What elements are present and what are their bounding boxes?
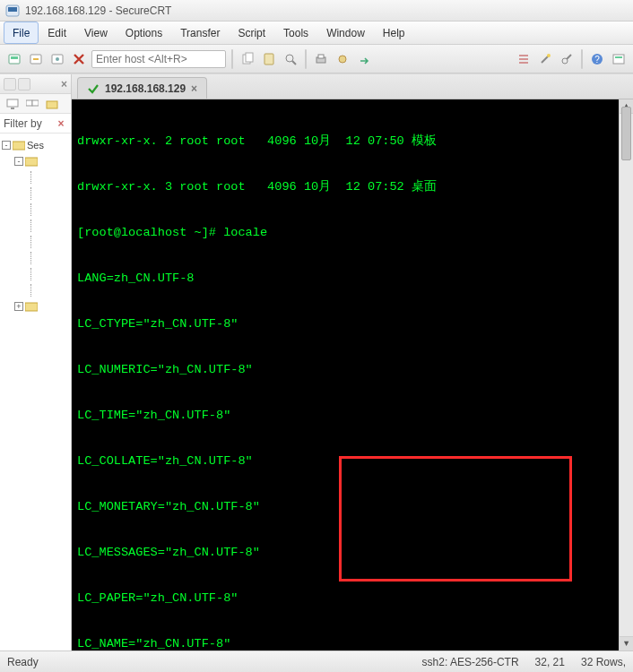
terminal-line: LC_NAME="zh_CN.UTF-8" <box>77 636 628 650</box>
separator <box>305 49 307 69</box>
menu-script[interactable]: Script <box>229 22 274 44</box>
menu-view[interactable]: View <box>75 22 117 44</box>
check-icon <box>87 82 100 95</box>
terminal-line: drwxr-xr-x. 2 root root 4096 10月 12 07:5… <box>77 134 628 149</box>
scroll-thumb[interactable] <box>621 107 631 160</box>
menu-window[interactable]: Window <box>317 22 374 44</box>
terminal-line: LC_MONETARY="zh_CN.UTF-8" <box>77 499 628 514</box>
svg-rect-24 <box>47 101 57 108</box>
disconnect-icon[interactable] <box>70 50 88 68</box>
terminal-line: LC_MESSAGES="zh_CN.UTF-8" <box>77 545 628 560</box>
svg-rect-8 <box>246 53 253 62</box>
svg-point-10 <box>286 55 293 62</box>
terminal-line: LC_NUMERIC="zh_CN.UTF-8" <box>77 362 628 377</box>
host-input[interactable] <box>91 50 226 68</box>
svg-rect-20 <box>7 99 18 107</box>
wand-icon[interactable] <box>536 50 554 68</box>
menubar: File Edit View Options Transfer Script T… <box>0 22 633 45</box>
terminal-line: drwxr-xr-x. 3 root root 4096 10月 12 07:5… <box>77 179 628 194</box>
filter-label: Filter by <box>4 117 53 130</box>
sidebar-tab[interactable] <box>18 78 30 90</box>
svg-rect-25 <box>13 142 25 150</box>
tab-label: 192.168.168.129 <box>105 82 186 95</box>
menu-options[interactable]: Options <box>117 22 171 44</box>
session-tab[interactable]: 192.168.168.129 × <box>77 77 207 99</box>
copy-icon[interactable] <box>238 50 256 68</box>
menu-help[interactable]: Help <box>374 22 414 44</box>
monitor-icon[interactable] <box>5 97 20 111</box>
sidebar-toolbar <box>0 94 71 114</box>
folder-icon <box>25 301 38 312</box>
menu-file[interactable]: File <box>4 22 39 44</box>
tree-collapse-icon[interactable]: - <box>14 157 23 166</box>
scroll-down-icon[interactable]: ▾ <box>620 636 633 650</box>
svg-point-14 <box>547 54 551 57</box>
right-pane: 192.168.168.129 × drwxr-xr-x. 2 root roo… <box>72 74 633 650</box>
status-cipher: ssh2: AES-256-CTR <box>422 656 519 668</box>
svg-rect-23 <box>32 100 39 106</box>
close-icon[interactable]: × <box>61 78 67 90</box>
help-icon[interactable]: ? <box>588 50 606 68</box>
options-icon[interactable] <box>515 50 533 68</box>
status-cursor-pos: 32, 21 <box>535 656 565 668</box>
scrollbar[interactable]: ▴ ▾ <box>619 99 633 650</box>
host-entry[interactable] <box>91 50 226 68</box>
svg-rect-9 <box>264 54 273 65</box>
terminal-line: LC_CTYPE="zh_CN.UTF-8" <box>77 316 628 332</box>
tree-root-label: Ses <box>27 140 44 151</box>
tab-close-icon[interactable]: × <box>191 82 197 95</box>
svg-rect-12 <box>318 55 324 58</box>
find-icon[interactable] <box>282 50 299 68</box>
terminal-line: LC_TIME="zh_CN.UTF-8" <box>77 408 628 423</box>
separator <box>231 49 233 69</box>
terminal-line: LC_COLLATE="zh_CN.UTF-8" <box>77 453 628 469</box>
svg-text:?: ? <box>594 55 600 65</box>
dual-monitor-icon[interactable] <box>25 97 39 111</box>
svg-rect-3 <box>11 56 18 59</box>
annotation-highlight-box <box>339 456 572 582</box>
session-tabstrip: 192.168.168.129 × <box>72 74 633 99</box>
app-icon <box>5 4 20 18</box>
filter-clear-icon[interactable]: × <box>55 117 67 130</box>
paste-icon[interactable] <box>260 50 278 68</box>
reconnect-icon[interactable] <box>48 50 66 68</box>
svg-rect-27 <box>25 303 38 311</box>
tree-collapse-icon[interactable]: - <box>2 141 11 150</box>
terminal-line: [root@localhost ~]# locale <box>77 225 628 240</box>
status-rows: 32 Rows, <box>581 656 626 668</box>
folder-icon <box>13 140 25 151</box>
status-ready: Ready <box>7 656 39 668</box>
key-icon[interactable] <box>558 50 576 68</box>
tree-expand-icon[interactable]: + <box>14 302 23 311</box>
sidebar-tab[interactable] <box>4 78 16 90</box>
settings-icon[interactable] <box>334 50 351 68</box>
menu-transfer[interactable]: Transfer <box>171 22 229 44</box>
terminal[interactable]: drwxr-xr-x. 2 root root 4096 10月 12 07:5… <box>72 99 633 650</box>
svg-rect-18 <box>613 55 624 64</box>
folder-icon <box>25 156 38 167</box>
svg-rect-26 <box>25 158 38 166</box>
titlebar: 192.168.168.129 - SecureCRT <box>0 0 633 22</box>
separator <box>581 49 583 69</box>
svg-rect-1 <box>8 7 17 12</box>
svg-rect-19 <box>615 56 622 58</box>
session-tree[interactable]: - Ses - + <box>0 134 71 650</box>
sidebar-tabstrip: × <box>0 74 71 94</box>
print-icon[interactable] <box>312 50 330 68</box>
quick-connect-icon[interactable] <box>27 50 45 68</box>
svg-rect-21 <box>11 108 14 109</box>
connect-icon[interactable] <box>5 50 23 68</box>
transfer-icon[interactable] <box>355 50 373 68</box>
menu-edit[interactable]: Edit <box>39 22 75 44</box>
main: × Filter by × - Ses - <box>0 73 633 650</box>
window-title: 192.168.168.129 - SecureCRT <box>25 4 171 17</box>
about-icon[interactable] <box>610 50 628 68</box>
terminal-line: LC_PAPER="zh_CN.UTF-8" <box>77 590 628 606</box>
sidebar: × Filter by × - Ses - <box>0 74 72 650</box>
svg-rect-22 <box>26 100 32 106</box>
menu-tools[interactable]: Tools <box>274 22 317 44</box>
filter-row: Filter by × <box>0 114 71 134</box>
folder-icon[interactable] <box>45 97 59 111</box>
terminal-line: LANG=zh_CN.UTF-8 <box>77 271 628 286</box>
statusbar: Ready ssh2: AES-256-CTR 32, 21 32 Rows, <box>0 650 633 672</box>
